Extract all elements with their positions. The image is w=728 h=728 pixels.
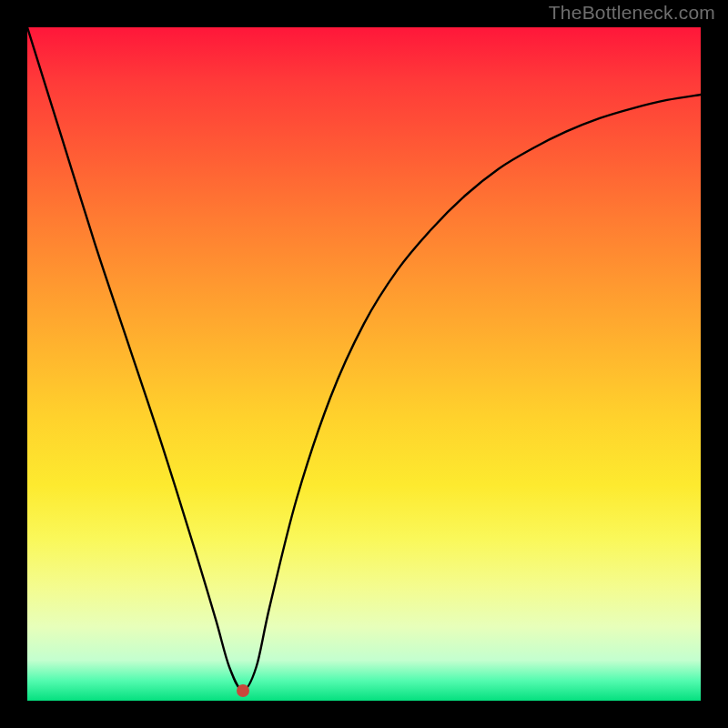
- watermark-text: TheBottleneck.com: [549, 2, 715, 24]
- bottleneck-curve: [27, 27, 701, 701]
- optimum-marker: [237, 684, 249, 697]
- plot-area: [27, 27, 701, 701]
- chart-frame: TheBottleneck.com: [0, 0, 728, 728]
